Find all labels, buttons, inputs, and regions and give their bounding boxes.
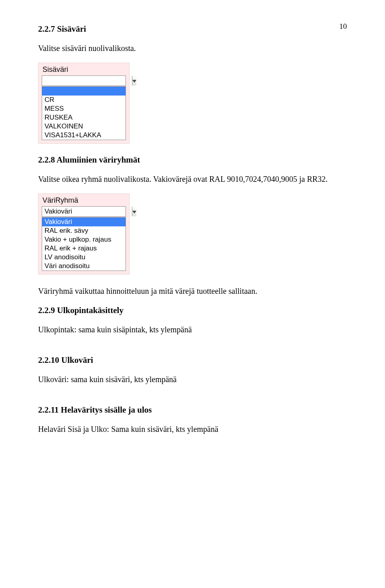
list-item[interactable]: Vakio + uplkop. rajaus <box>42 235 126 244</box>
page-number: 10 <box>339 22 347 31</box>
variryhma-label: VäriRyhmä <box>43 196 126 205</box>
variryhma-panel: VäriRyhmä VakioväriRAL erik. sävyVakio +… <box>38 193 130 275</box>
body-2-2-11: Helaväri Sisä ja Ulko: Sama kuin sisävär… <box>38 424 347 435</box>
sisavari-label: Sisäväri <box>43 65 126 74</box>
variryhma-dropdown[interactable] <box>42 206 126 217</box>
list-item[interactable]: Väri anodisoitu <box>42 262 126 271</box>
body-2-2-7: Valitse sisäväri nuolivalikosta. <box>38 43 347 54</box>
variryhma-input[interactable] <box>42 207 132 216</box>
heading-2-2-8: 2.2.8 Alumiinien väriryhmät <box>38 155 347 165</box>
list-item[interactable]: RUSKEA <box>42 113 126 122</box>
body-2-2-10: Ulkoväri: sama kuin sisäväri, kts ylempä… <box>38 374 347 385</box>
variryhma-dropdown-button[interactable] <box>132 207 136 216</box>
list-item[interactable]: RAL erik. sävy <box>42 226 126 235</box>
sisavari-listbox[interactable]: CRMESSRUSKEAVALKOINENVISA1531+LAKKA <box>42 86 126 140</box>
sisavari-dropdown[interactable] <box>42 75 126 86</box>
body-2-2-8b: Väriryhmä vaikuttaa hinnoitteluun ja mit… <box>38 286 347 297</box>
heading-2-2-11: 2.2.11 Helaväritys sisälle ja ulos <box>38 405 347 415</box>
list-item[interactable]: Vakioväri <box>42 218 126 226</box>
sisavari-panel: Sisäväri CRMESSRUSKEAVALKOINENVISA1531+L… <box>38 63 130 144</box>
list-item[interactable]: LV anodisoitu <box>42 253 126 262</box>
list-item[interactable]: RAL erik + rajaus <box>42 244 126 253</box>
chevron-down-icon <box>132 77 136 84</box>
list-item[interactable]: VALKOINEN <box>42 122 126 131</box>
body-2-2-9: Ulkopintak: sama kuin sisäpintak, kts yl… <box>38 324 347 335</box>
heading-2-2-9: 2.2.9 Ulkopintakäsittely <box>38 305 347 315</box>
list-item[interactable]: VISA1531+LAKKA <box>42 131 126 140</box>
list-item[interactable] <box>42 87 126 96</box>
list-item[interactable]: CR <box>42 96 126 104</box>
list-item[interactable]: MESS <box>42 104 126 113</box>
chevron-down-icon <box>132 208 136 215</box>
heading-2-2-7: 2.2.7 Sisäväri <box>38 24 347 34</box>
variryhma-listbox[interactable]: VakioväriRAL erik. sävyVakio + uplkop. r… <box>42 217 126 271</box>
heading-2-2-10: 2.2.10 Ulkoväri <box>38 355 347 365</box>
sisavari-dropdown-button[interactable] <box>132 76 136 85</box>
sisavari-input[interactable] <box>42 76 132 85</box>
body-2-2-8a: Valitse oikea ryhmä nuolivalikosta. Vaki… <box>38 174 347 185</box>
